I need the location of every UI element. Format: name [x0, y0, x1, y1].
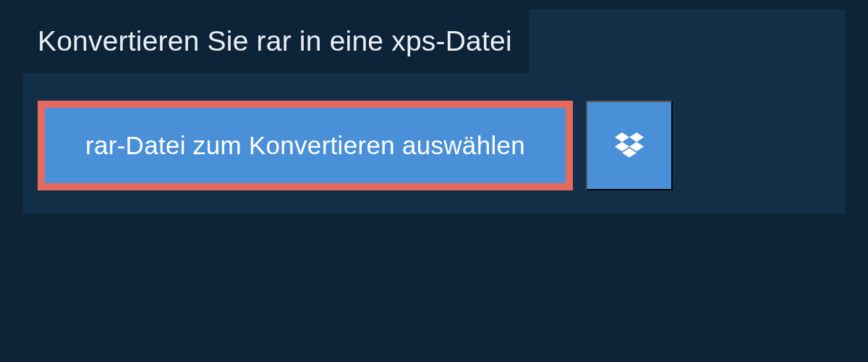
- select-file-button[interactable]: rar-Datei zum Konvertieren auswählen: [38, 101, 573, 190]
- converter-panel: Konvertieren Sie rar in eine xps-Datei r…: [23, 9, 845, 214]
- page-title: Konvertieren Sie rar in eine xps-Datei: [23, 25, 512, 57]
- action-row: rar-Datei zum Konvertieren auswählen: [23, 73, 845, 190]
- dropbox-icon: [615, 132, 644, 159]
- title-container: Konvertieren Sie rar in eine xps-Datei: [23, 9, 529, 73]
- dropbox-button[interactable]: [586, 101, 673, 190]
